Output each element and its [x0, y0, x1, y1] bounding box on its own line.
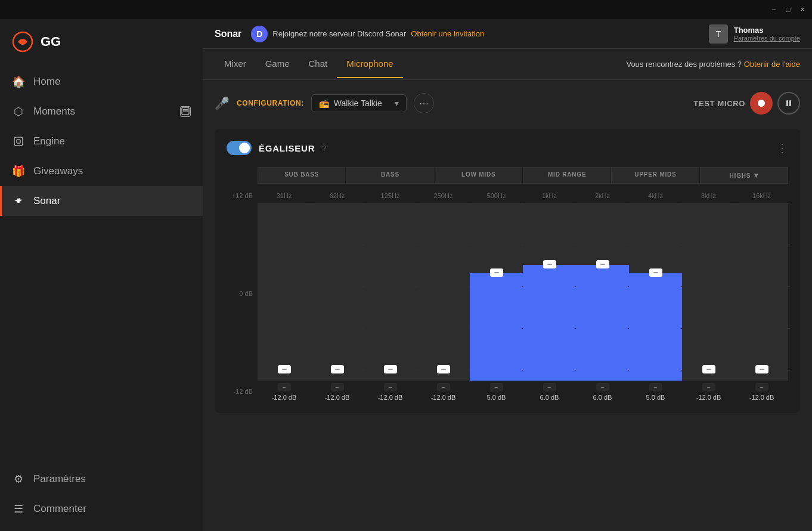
band-thumb-8kHz[interactable] — [702, 365, 715, 373]
discord-banner: D Rejoignez notre serveur Discord Sonar … — [251, 26, 699, 42]
sidebar-item-moments[interactable]: ⬡ Moments — [0, 97, 203, 126]
ellipsis-icon: ⋯ — [419, 98, 429, 109]
band-minus-500Hz[interactable]: − — [490, 383, 503, 391]
close-button[interactable]: × — [798, 5, 807, 14]
band-freq-label-31Hz: 31Hz — [277, 192, 292, 199]
eq-more-options[interactable]: ⋮ — [776, 141, 788, 155]
eq-band-16kHz: 16kHz−-12.0 dB — [735, 192, 788, 401]
user-settings-link[interactable]: Paramètres du compte — [734, 35, 800, 42]
category-bass: BASS — [346, 167, 434, 184]
tab-mixer[interactable]: Mixer — [215, 50, 256, 78]
home-icon: 🏠 — [12, 75, 25, 88]
sidebar-item-label: Home — [33, 76, 60, 88]
sidebar-item-home[interactable]: 🏠 Home — [0, 67, 203, 97]
record-button[interactable] — [750, 92, 773, 115]
band-thumb-500Hz[interactable] — [490, 268, 503, 277]
band-track-4kHz[interactable] — [629, 203, 682, 381]
nav-help: Vous rencontrez des problèmes ? Obtenir … — [626, 60, 800, 69]
sidebar-item-parametres[interactable]: ⚙ Paramètres — [0, 464, 203, 494]
db-label-neg12: -12 dB — [227, 388, 258, 395]
band-track-250Hz[interactable] — [417, 203, 470, 381]
band-track-2kHz[interactable] — [576, 203, 629, 381]
band-value-4kHz: 5.0 dB — [646, 394, 665, 401]
db-label-0: 0 dB — [227, 290, 258, 297]
band-freq-label-250Hz: 250Hz — [434, 192, 453, 199]
band-value-500Hz: 5.0 dB — [487, 394, 506, 401]
equalizer-section: ÉGALISEUR ? ⋮ SUB BASS BASS LOW MIDS — [215, 129, 800, 413]
band-value-62Hz: -12.0 dB — [325, 394, 350, 401]
band-minus-8kHz[interactable]: − — [702, 383, 715, 391]
band-track-31Hz[interactable] — [258, 203, 311, 381]
band-thumb-31Hz[interactable] — [278, 365, 291, 373]
band-track-125Hz[interactable] — [364, 203, 417, 381]
maximize-button[interactable]: □ — [783, 5, 793, 14]
user-avatar: T — [709, 24, 728, 44]
band-value-1kHz: 6.0 dB — [540, 394, 559, 401]
band-thumb-2kHz[interactable] — [596, 260, 609, 268]
moments-badge — [180, 106, 191, 117]
band-thumb-16kHz[interactable] — [755, 365, 768, 373]
pause-button[interactable] — [777, 92, 800, 115]
band-value-16kHz: -12.0 dB — [749, 394, 774, 401]
discord-link[interactable]: Obtenir une invitation — [411, 29, 484, 38]
sidebar-item-label: Giveaways — [33, 165, 83, 177]
band-freq-label-16kHz: 16kHz — [752, 192, 771, 199]
config-dropdown[interactable]: 📻 Walkie Talkie ▾ — [311, 94, 407, 112]
band-freq-label-1kHz: 1kHz — [542, 192, 557, 199]
sidebar-item-engine[interactable]: Engine — [0, 126, 203, 156]
band-thumb-4kHz[interactable] — [649, 268, 662, 277]
band-freq-label-4kHz: 4kHz — [648, 192, 663, 199]
band-thumb-1kHz[interactable] — [543, 260, 556, 268]
band-track-62Hz[interactable] — [311, 203, 364, 381]
sidebar-item-label: Sonar — [33, 195, 60, 207]
sidebar-item-giveaways[interactable]: 🎁 Giveaways — [0, 156, 203, 186]
band-freq-label-125Hz: 125Hz — [381, 192, 400, 199]
test-micro-label: TEST MICRO — [693, 99, 745, 108]
eq-bands-container: 31Hz−-12.0 dB62Hz−-12.0 dB125Hz−-12.0 dB… — [258, 186, 788, 401]
topbar-title: Sonar — [215, 29, 241, 39]
help-link[interactable]: Obtenir de l'aide — [744, 60, 800, 69]
user-name: Thomas — [734, 26, 800, 35]
band-track-1kHz[interactable] — [523, 203, 576, 381]
eq-toggle[interactable] — [227, 141, 252, 155]
band-minus-2kHz[interactable]: − — [596, 383, 609, 391]
tab-chat[interactable]: Chat — [299, 50, 337, 78]
band-thumb-250Hz[interactable] — [437, 365, 450, 373]
band-fill — [629, 273, 682, 381]
tab-game[interactable]: Game — [256, 50, 299, 78]
band-thumb-62Hz[interactable] — [331, 365, 344, 373]
band-minus-125Hz[interactable]: − — [384, 383, 397, 391]
band-value-250Hz: -12.0 dB — [431, 394, 456, 401]
band-minus-1kHz[interactable]: − — [543, 383, 556, 391]
band-freq-label-8kHz: 8kHz — [701, 192, 716, 199]
band-minus-31Hz[interactable]: − — [278, 383, 291, 391]
band-minus-250Hz[interactable]: − — [437, 383, 450, 391]
sidebar-item-sonar[interactable]: Sonar — [0, 186, 203, 216]
help-text: Vous rencontrez des problèmes ? — [626, 60, 742, 69]
sidebar: GG 🏠 Home ⬡ Moments — [0, 19, 203, 531]
band-minus-16kHz[interactable]: − — [755, 383, 768, 391]
band-minus-62Hz[interactable]: − — [331, 383, 344, 391]
tab-microphone[interactable]: Microphone — [337, 50, 402, 78]
eq-band-2kHz: 2kHz−6.0 dB — [576, 192, 629, 401]
band-value-2kHz: 6.0 dB — [593, 394, 612, 401]
eq-help-button[interactable]: ? — [322, 144, 326, 153]
band-fill — [523, 265, 576, 381]
band-track-16kHz[interactable] — [735, 203, 788, 381]
band-track-500Hz[interactable] — [470, 203, 523, 381]
category-highs: HIGHS ▾ — [700, 167, 788, 184]
sonar-icon — [12, 195, 25, 208]
sidebar-item-label: Engine — [33, 135, 65, 147]
highs-dropdown-icon[interactable]: ▾ — [754, 171, 758, 180]
content-area: Sonar D Rejoignez notre serveur Discord … — [203, 19, 812, 531]
band-minus-4kHz[interactable]: − — [649, 383, 662, 391]
band-thumb-125Hz[interactable] — [384, 365, 397, 373]
minimize-button[interactable]: − — [769, 5, 779, 14]
microphone-icon: 🎤 — [215, 96, 230, 110]
eq-band-8kHz: 8kHz−-12.0 dB — [682, 192, 735, 401]
main-layout: GG 🏠 Home ⬡ Moments — [0, 19, 812, 531]
more-options-button[interactable]: ⋯ — [414, 93, 434, 113]
band-track-8kHz[interactable] — [682, 203, 735, 381]
sidebar-item-commenter[interactable]: ☰ Commenter — [0, 494, 203, 524]
eq-category-row: SUB BASS BASS LOW MIDS MID RANGE UPPER M… — [258, 167, 788, 184]
